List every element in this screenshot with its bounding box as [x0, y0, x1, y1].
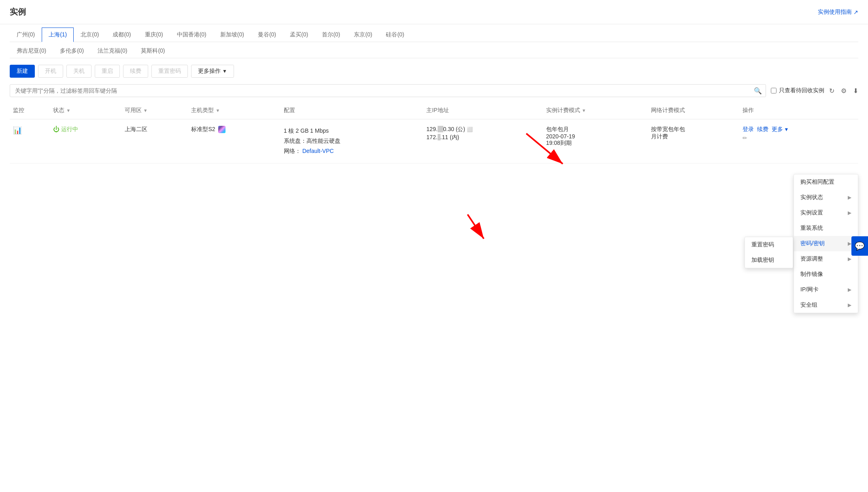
machine-filter-icon: ▼	[215, 108, 220, 113]
tab-seoul[interactable]: 首尔(0)	[315, 28, 347, 42]
region-tabs-row1: 广州(0) 上海(1) 北京(0) 成都(0) 重庆(0) 中国香港(0) 新加…	[10, 24, 858, 42]
submenu-arrow-icon: ▶	[848, 256, 851, 262]
recycle-checkbox[interactable]	[771, 88, 777, 93]
vpc-link[interactable]: Default-VPC	[302, 148, 334, 154]
recycle-label: 只查看待回收实例	[779, 87, 824, 94]
sub-item-load-key[interactable]: 加载密钥	[745, 252, 793, 268]
col-actions: 操作	[739, 102, 858, 119]
cell-machine-type: 标准型S2	[188, 119, 280, 163]
more-dropdown-menu: 购买相同配置 实例状态 ▶ 实例设置 ▶ 重装系统 密码/密钥 ▶ 资源调整 ▶…	[794, 174, 858, 313]
dropdown-arrow-icon: ▼	[222, 68, 227, 74]
tab-singapore[interactable]: 新加坡(0)	[213, 28, 251, 42]
start-button[interactable]: 开机	[38, 65, 63, 78]
submenu-arrow-icon: ▶	[848, 195, 851, 200]
instance-table: 监控 状态 ▼ 可用区 ▼	[10, 102, 858, 163]
submenu-arrow-icon: ▶	[848, 241, 851, 246]
download-icon[interactable]: ⬇	[853, 87, 858, 95]
search-bar: 🔍 只查看待回收实例 ↻ ⚙ ⬇	[10, 84, 858, 102]
submenu-arrow-icon: ▶	[848, 287, 851, 293]
cell-status: ⏻ 运行中	[50, 119, 121, 163]
more-operations-button[interactable]: 更多操作 ▼	[191, 65, 234, 78]
svg-line-3	[468, 214, 484, 239]
tab-toronto[interactable]: 多伦多(0)	[53, 44, 91, 58]
region-tabs-row2: 弗吉尼亚(0) 多伦多(0) 法兰克福(0) 莫斯科(0)	[10, 42, 858, 58]
cell-config: 1 核 2 GB 1 Mbps 系统盘：高性能云硬盘 网络： Default-V…	[281, 119, 423, 163]
machine-tag-icon	[218, 126, 226, 133]
col-zone[interactable]: 可用区 ▼	[121, 102, 188, 119]
dropdown-item-buy-same[interactable]: 购买相同配置	[794, 174, 858, 190]
submenu-arrow-icon: ▶	[848, 210, 851, 216]
dropdown-item-ip-nic[interactable]: IP/网卡 ▶	[794, 282, 858, 297]
password-key-submenu: 重置密码 加载密钥	[745, 237, 793, 268]
more-action-arrow[interactable]: ▼	[784, 127, 789, 132]
table-row: 📊 ⏻ 运行中 上海二区 标准型S2	[10, 119, 858, 163]
cell-zone: 上海二区	[121, 119, 188, 163]
new-button[interactable]: 新建	[10, 65, 35, 78]
reset-password-button[interactable]: 重置密码	[151, 65, 188, 78]
tab-frankfurt[interactable]: 法兰克福(0)	[91, 44, 134, 58]
service-icon: 💬	[855, 242, 865, 250]
tab-virginia[interactable]: 弗吉尼亚(0)	[10, 44, 53, 58]
external-link-icon: ↗	[853, 9, 858, 15]
restart-button[interactable]: 重启	[95, 65, 120, 78]
search-icon[interactable]: 🔍	[754, 87, 762, 95]
tab-tokyo[interactable]: 东京(0)	[347, 28, 379, 42]
tab-siliconvalley[interactable]: 硅谷(0)	[379, 28, 411, 42]
renew-action[interactable]: 续费	[757, 126, 768, 133]
cell-network-billing: 按带宽包年包 月计费	[648, 119, 739, 163]
tab-chengdu[interactable]: 成都(0)	[106, 28, 138, 42]
monitor-bar-icon: 📊	[13, 126, 22, 134]
status-filter-icon: ▼	[66, 108, 70, 113]
cell-ip: 129.xx0.30 (公) ⬜ 172.x.11 (内)	[423, 119, 542, 163]
tab-hongkong[interactable]: 中国香港(0)	[170, 28, 213, 42]
search-input[interactable]	[10, 84, 766, 97]
col-ip: 主IP地址	[423, 102, 542, 119]
dropdown-item-password-key[interactable]: 密码/密钥 ▶	[794, 236, 858, 251]
tab-moscow[interactable]: 莫斯科(0)	[134, 44, 172, 58]
customer-service-button[interactable]: 💬	[851, 236, 868, 256]
page-title: 实例	[10, 6, 26, 17]
tab-guangzhou[interactable]: 广州(0)	[10, 28, 42, 42]
dropdown-item-instance-status[interactable]: 实例状态 ▶	[794, 190, 858, 205]
col-machine-type[interactable]: 主机类型 ▼	[188, 102, 280, 119]
zone-filter-icon: ▼	[143, 108, 148, 113]
col-billing[interactable]: 实例计费模式 ▼	[543, 102, 648, 119]
instance-toolbar: 新建 开机 关机 重启 续费 重置密码 更多操作 ▼	[10, 58, 858, 84]
renew-button[interactable]: 续费	[123, 65, 148, 78]
cell-monitor: 📊	[10, 119, 50, 163]
submenu-arrow-icon: ▶	[848, 302, 851, 308]
col-network-billing: 网络计费模式	[648, 102, 739, 119]
copy-ip-public-icon[interactable]: ⬜	[467, 127, 473, 132]
edit-instance-icon[interactable]: ✏	[742, 135, 747, 141]
tab-mumbai[interactable]: 孟买(0)	[283, 28, 315, 42]
col-monitor: 监控	[10, 102, 50, 119]
dropdown-item-resource-adjust[interactable]: 资源调整 ▶	[794, 251, 858, 267]
recycle-filter: 只查看待回收实例	[771, 87, 824, 94]
refresh-icon[interactable]: ↻	[829, 87, 834, 95]
dropdown-item-make-image[interactable]: 制作镜像	[794, 267, 858, 282]
more-action[interactable]: 更多	[772, 126, 783, 133]
col-config: 配置	[281, 102, 423, 119]
settings-icon[interactable]: ⚙	[841, 87, 847, 95]
tab-beijing[interactable]: 北京(0)	[74, 28, 106, 42]
tab-shanghai[interactable]: 上海(1)	[42, 28, 74, 42]
power-icon: ⏻	[53, 126, 60, 133]
dropdown-item-instance-settings[interactable]: 实例设置 ▶	[794, 205, 858, 221]
cell-billing: 包年包月 2020-07-19 19:08到期	[543, 119, 648, 163]
cell-actions: 登录 续费 更多 ▼ ✏	[739, 119, 858, 163]
guide-link[interactable]: 实例使用指南 ↗	[818, 8, 858, 16]
sub-item-reset-password[interactable]: 重置密码	[745, 237, 793, 252]
billing-filter-icon: ▼	[582, 108, 586, 113]
dropdown-item-reinstall[interactable]: 重装系统	[794, 221, 858, 236]
dropdown-item-security-group[interactable]: 安全组 ▶	[794, 297, 858, 313]
login-action[interactable]: 登录	[742, 126, 754, 133]
col-status[interactable]: 状态 ▼	[50, 102, 121, 119]
tab-chongqing[interactable]: 重庆(0)	[138, 28, 170, 42]
tab-bangkok[interactable]: 曼谷(0)	[251, 28, 283, 42]
stop-button[interactable]: 关机	[66, 65, 91, 78]
